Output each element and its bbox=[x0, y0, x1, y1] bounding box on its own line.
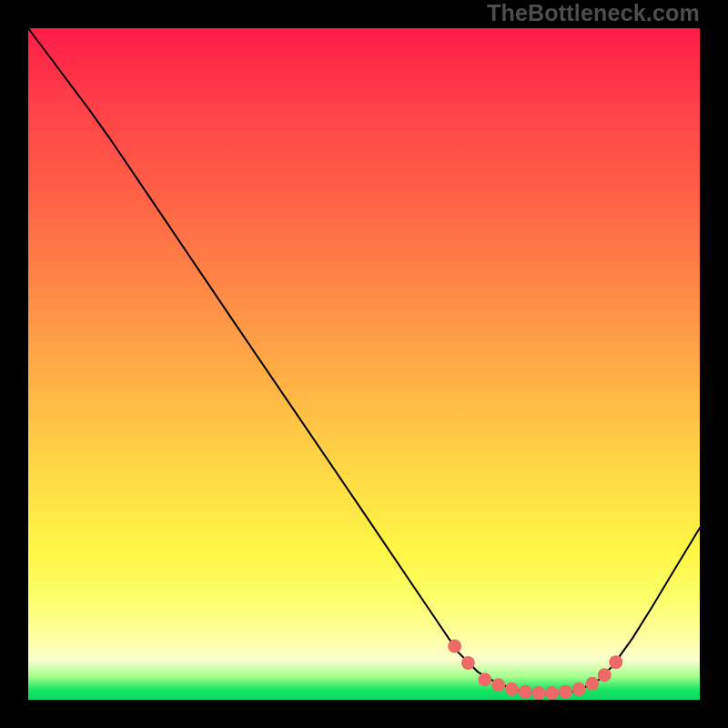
gradient-bg bbox=[28, 28, 700, 700]
valley-dot bbox=[505, 682, 519, 696]
valley-dot bbox=[491, 678, 505, 692]
watermark-text: TheBottleneck.com bbox=[487, 0, 700, 26]
plot-area bbox=[28, 28, 700, 700]
valley-dot bbox=[559, 685, 572, 699]
valley-dot bbox=[461, 656, 475, 670]
valley-dot bbox=[519, 685, 532, 699]
valley-dot bbox=[609, 655, 622, 669]
valley-dot bbox=[585, 677, 599, 691]
valley-dot bbox=[572, 682, 586, 696]
chart-svg bbox=[28, 28, 700, 700]
chart-frame: TheBottleneck.com bbox=[0, 0, 728, 728]
valley-dot bbox=[531, 686, 545, 700]
valley-dot bbox=[598, 668, 612, 682]
valley-dot bbox=[545, 686, 559, 700]
valley-dot bbox=[478, 672, 491, 686]
valley-dot bbox=[448, 639, 461, 652]
